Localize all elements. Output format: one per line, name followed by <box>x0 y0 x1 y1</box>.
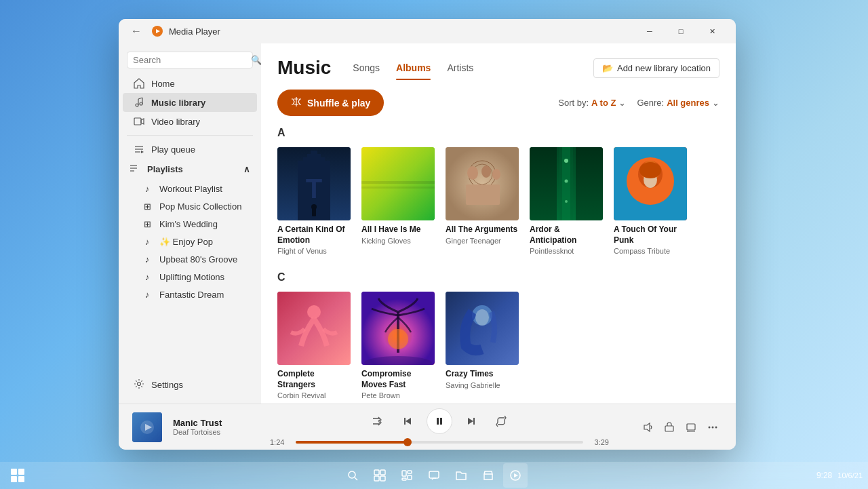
start-button[interactable] <box>5 463 30 488</box>
shuffle-button[interactable] <box>367 410 389 432</box>
track-artist: Deaf Tortoises <box>173 428 241 436</box>
album-card-a4[interactable]: Ardor & Anticipation Pointlessknot <box>530 147 603 255</box>
shuffle-play-button[interactable]: Shuffle & play <box>277 90 384 116</box>
app-title: Media Player <box>169 26 629 37</box>
tab-albums[interactable]: Albums <box>388 58 439 77</box>
sort-genre-controls: Sort by: A to Z ⌄ Genre: All genres ⌄ <box>558 98 719 108</box>
maximize-button[interactable]: □ <box>665 19 696 43</box>
svg-marker-8 <box>141 119 144 124</box>
svg-rect-28 <box>446 147 519 220</box>
taskbar-taskview-icon <box>374 469 386 482</box>
taskbar-chat-button[interactable] <box>422 463 446 488</box>
svg-rect-84 <box>402 478 406 480</box>
controls-row <box>367 408 512 434</box>
genre-button[interactable]: Genre: All genres ⌄ <box>637 98 719 108</box>
albums-section-a: A <box>261 121 736 266</box>
back-button[interactable]: ← <box>127 22 146 41</box>
progress-thumb[interactable] <box>403 438 412 446</box>
playlist-item-2[interactable]: ⊞ Kim's Wedding <box>123 215 257 233</box>
album-name-c1: Complete Strangers <box>277 369 351 390</box>
taskbar: 9:28 10/6/21 <box>0 462 868 489</box>
playlist-item-5[interactable]: ♪ Uplifting Motions <box>123 268 257 286</box>
svg-point-42 <box>565 180 568 183</box>
album-card-c3[interactable]: Crazy Times Saving Gabrielle <box>446 292 519 399</box>
svg-marker-68 <box>644 423 650 431</box>
sidebar-item-video-library[interactable]: Video library <box>123 112 257 131</box>
playlists-header[interactable]: Playlists ∧ <box>119 159 261 180</box>
svg-rect-78 <box>380 470 385 475</box>
taskbar-store-button[interactable] <box>476 463 500 488</box>
sort-label: Sort by: <box>558 98 589 108</box>
sidebar-settings[interactable]: Settings <box>123 374 257 395</box>
add-library-button[interactable]: 📂 Add new library location <box>593 58 719 78</box>
repeat-button[interactable] <box>490 410 512 432</box>
albums-grid-a: T A Certain Kind Of Emotion Flight of Ve… <box>277 147 719 255</box>
playlist-music-icon-6: ♪ <box>142 289 153 300</box>
next-button[interactable] <box>460 410 482 432</box>
svg-rect-27 <box>361 187 435 189</box>
back-icon: ← <box>131 25 142 37</box>
album-name-a4: Ardor & Anticipation <box>530 224 603 246</box>
taskbar-taskview-button[interactable] <box>368 463 392 488</box>
taskbar-search-button[interactable] <box>340 463 365 488</box>
sort-chevron-icon: ⌄ <box>618 98 626 108</box>
playlist-item-4[interactable]: ♪ Upbeat 80's Groove <box>123 250 257 268</box>
previous-button[interactable] <box>397 410 418 432</box>
playlist-music-icon-2: ⊞ <box>142 218 153 229</box>
minimize-button[interactable]: ─ <box>634 19 665 43</box>
progress-fill <box>296 441 408 444</box>
svg-marker-62 <box>406 418 411 425</box>
album-art-c1 <box>277 292 351 365</box>
album-artist-a3: Ginger Teenager <box>446 237 519 245</box>
tab-artists[interactable]: Artists <box>439 58 481 77</box>
sort-button[interactable]: Sort by: A to Z ⌄ <box>558 98 626 108</box>
playlist-item-1[interactable]: ⊞ Pop Music Collection <box>123 197 257 215</box>
sidebar-item-home[interactable]: Home <box>123 74 257 93</box>
pause-button[interactable] <box>427 408 452 434</box>
svg-point-49 <box>639 162 661 178</box>
album-card-a1[interactable]: T A Certain Kind Of Emotion Flight of Ve… <box>277 147 351 255</box>
svg-rect-34 <box>466 184 500 205</box>
playlist-item-3[interactable]: ♪ ✨ Enjoy Pop <box>123 233 257 250</box>
album-card-a5[interactable]: A Touch Of Your Punk Compass Tribute <box>614 147 687 255</box>
svg-marker-40 <box>576 147 603 220</box>
now-playing-info: Manic Trust Deaf Tortoises <box>173 418 241 436</box>
album-card-a3[interactable]: All The Arguments Ginger Teenager <box>446 147 519 255</box>
search-input[interactable] <box>133 55 247 65</box>
now-playing-art <box>132 412 162 442</box>
taskbar-explorer-button[interactable] <box>449 463 473 488</box>
search-box[interactable]: 🔍 <box>127 52 253 69</box>
taskbar-widgets-button[interactable] <box>395 463 419 488</box>
playlists-collapse-icon: ∧ <box>243 164 250 174</box>
sidebar-item-play-queue[interactable]: Play queue <box>123 140 257 159</box>
miniplayer-button[interactable] <box>660 418 679 437</box>
album-name-a5: A Touch Of Your Punk <box>614 224 687 246</box>
svg-line-76 <box>355 477 357 480</box>
progress-bar[interactable] <box>296 441 583 444</box>
album-card-a2[interactable]: All I Have Is Me Kicking Gloves <box>361 147 435 255</box>
app-icon <box>151 25 163 37</box>
volume-button[interactable] <box>638 418 657 437</box>
svg-point-74 <box>715 426 717 428</box>
album-card-c1[interactable]: Complete Strangers Corbin Revival <box>277 292 351 399</box>
playlist-item-6[interactable]: ♪ Fantastic Dream <box>123 286 257 303</box>
tab-songs[interactable]: Songs <box>344 58 388 77</box>
taskbar-right: 9:28 10/6/21 <box>816 471 863 480</box>
svg-point-31 <box>467 166 478 180</box>
taskbar-media-button[interactable] <box>503 463 528 488</box>
album-artist-a2: Kicking Gloves <box>361 237 435 245</box>
album-card-c2[interactable]: Compromise Moves Fast Pete Brown <box>361 292 435 399</box>
sidebar-item-music-library[interactable]: Music library <box>123 93 257 112</box>
svg-rect-81 <box>402 471 406 476</box>
section-letter-c: C <box>277 271 719 283</box>
cast-button[interactable] <box>682 418 701 437</box>
playlist-item-0[interactable]: ♪ Workout Playlist <box>123 180 257 197</box>
albums-grid-c: Complete Strangers Corbin Revival <box>277 292 719 399</box>
close-button[interactable]: ✕ <box>696 19 728 43</box>
more-button[interactable] <box>703 418 722 437</box>
playlist-name-3: ✨ Enjoy Pop <box>159 237 213 247</box>
svg-rect-82 <box>408 471 412 473</box>
svg-rect-38 <box>562 147 570 220</box>
taskbar-center <box>340 463 528 488</box>
shuffle-play-label: Shuffle & play <box>307 98 370 109</box>
